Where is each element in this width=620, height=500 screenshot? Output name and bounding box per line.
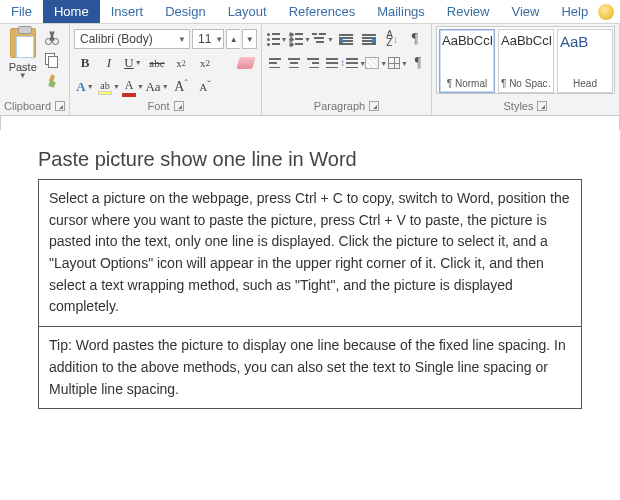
align-center-icon <box>288 58 300 68</box>
cut-button[interactable] <box>41 28 63 48</box>
italic-button[interactable]: I <box>98 53 120 73</box>
tab-references[interactable]: References <box>278 0 366 23</box>
ribbon: Paste ▼ Clipboard <box>0 24 620 116</box>
table-row: Tip: Word pastes the picture to display … <box>39 327 581 408</box>
tell-me-button[interactable] <box>592 0 620 23</box>
sort-icon: AZ <box>386 31 393 47</box>
copy-button[interactable] <box>41 50 63 70</box>
format-painter-button[interactable] <box>41 72 63 92</box>
font-name-value: Calibri (Body) <box>80 32 153 46</box>
eraser-icon <box>236 57 255 69</box>
group-label-font: Font <box>147 100 169 112</box>
borders-icon <box>388 57 400 69</box>
multilevel-list-button[interactable]: ▼ <box>312 29 334 49</box>
align-right-icon <box>307 58 319 68</box>
ribbon-tabstrip: File Home Insert Design Layout Reference… <box>0 0 620 24</box>
increase-indent-icon <box>362 34 376 44</box>
document-table: Select a picture on the webpage, press C… <box>38 179 582 409</box>
clipboard-dialog-launcher[interactable] <box>55 101 65 111</box>
highlight-button[interactable]: ab ▼ <box>98 77 120 97</box>
bullets-icon <box>267 33 280 46</box>
tab-help[interactable]: Help <box>550 0 592 23</box>
style-normal[interactable]: AaBbCcDd ¶ Normal <box>439 29 495 93</box>
copy-icon <box>45 53 59 67</box>
change-case-button[interactable]: Aa▼ <box>146 77 168 97</box>
group-label-clipboard: Clipboard <box>4 100 51 112</box>
bullets-button[interactable]: ▼ <box>266 29 288 49</box>
paste-icon <box>10 28 36 58</box>
justify-icon <box>326 58 338 68</box>
justify-button[interactable] <box>323 53 341 73</box>
align-center-button[interactable] <box>285 53 303 73</box>
align-left-icon <box>269 58 281 68</box>
tab-layout[interactable]: Layout <box>217 0 278 23</box>
group-font: Calibri (Body) ▼ 11 ▼ ▲ ▼ B I U▼ abc x2 … <box>70 24 262 115</box>
group-label-styles: Styles <box>504 100 534 112</box>
tab-mailings[interactable]: Mailings <box>366 0 436 23</box>
shading-icon <box>365 57 379 69</box>
align-right-button[interactable] <box>304 53 322 73</box>
table-row: Select a picture on the webpage, press C… <box>39 180 581 327</box>
font-size-down-button[interactable]: ▼ <box>242 29 257 49</box>
subscript-button[interactable]: x2 <box>170 53 192 73</box>
tab-review[interactable]: Review <box>436 0 501 23</box>
page-edge-top <box>0 116 620 130</box>
grow-font-button[interactable]: Aˆ <box>170 77 192 97</box>
group-label-paragraph: Paragraph <box>314 100 365 112</box>
font-size-value: 11 <box>198 32 211 46</box>
font-size-combo[interactable]: 11 ▼ <box>192 29 224 49</box>
chevron-down-icon: ▼ <box>174 35 186 44</box>
tab-view[interactable]: View <box>500 0 550 23</box>
brush-icon <box>45 75 59 89</box>
bold-button[interactable]: B <box>74 53 96 73</box>
styles-gallery[interactable]: AaBbCcDd ¶ Normal AaBbCcDd ¶ No Spac… Aa… <box>436 26 615 94</box>
document-area[interactable]: Paste picture show one line in Word Sele… <box>0 116 620 409</box>
multilevel-list-icon <box>312 33 326 45</box>
increase-indent-button[interactable] <box>358 29 380 49</box>
chevron-down-icon: ▼ <box>211 35 223 44</box>
highlight-color-swatch <box>98 91 112 95</box>
line-spacing-button[interactable]: ↕ ▼ <box>342 53 364 73</box>
font-name-combo[interactable]: Calibri (Body) ▼ <box>74 29 190 49</box>
lightbulb-icon <box>598 4 614 20</box>
group-styles: AaBbCcDd ¶ Normal AaBbCcDd ¶ No Spac… Aa… <box>432 24 620 115</box>
superscript-button[interactable]: x2 <box>194 53 216 73</box>
underline-button[interactable]: U▼ <box>122 53 144 73</box>
line-spacing-icon <box>346 58 358 68</box>
numbering-button[interactable]: 1 2 3 ▼ <box>289 29 311 49</box>
chevron-down-icon: ▼ <box>19 73 27 79</box>
strikethrough-button[interactable]: abc <box>146 53 168 73</box>
text-effects-button[interactable]: A▼ <box>74 77 96 97</box>
font-color-button[interactable]: A ▼ <box>122 77 144 97</box>
styles-dialog-launcher[interactable] <box>537 101 547 111</box>
scissors-icon <box>45 31 59 45</box>
tab-file[interactable]: File <box>0 0 43 23</box>
font-size-up-button[interactable]: ▲ <box>226 29 240 49</box>
tab-design[interactable]: Design <box>154 0 216 23</box>
clear-formatting-button[interactable] <box>235 53 257 73</box>
paragraph-dialog-launcher[interactable] <box>369 101 379 111</box>
font-color-swatch <box>122 93 136 97</box>
show-marks-button[interactable]: ¶ <box>404 29 426 49</box>
style-heading[interactable]: AaB Head <box>557 29 613 93</box>
shading-button[interactable]: ▼ <box>365 53 387 73</box>
tab-insert[interactable]: Insert <box>100 0 155 23</box>
show-marks-button-2[interactable]: ¶ <box>409 53 427 73</box>
tab-home[interactable]: Home <box>43 0 100 23</box>
font-dialog-launcher[interactable] <box>174 101 184 111</box>
shrink-font-button[interactable]: Aˇ <box>194 77 216 97</box>
decrease-indent-icon <box>339 34 353 44</box>
group-paragraph: ▼ 1 2 3 ▼ ▼ <box>262 24 432 115</box>
pilcrow-icon: ¶ <box>415 55 421 71</box>
group-clipboard: Paste ▼ Clipboard <box>0 24 70 115</box>
pilcrow-icon: ¶ <box>412 31 418 47</box>
sort-button[interactable]: AZ ↓ <box>381 29 403 49</box>
document-heading: Paste picture show one line in Word <box>38 148 582 171</box>
style-no-spacing[interactable]: AaBbCcDd ¶ No Spac… <box>498 29 554 93</box>
align-left-button[interactable] <box>266 53 284 73</box>
paste-button[interactable]: Paste ▼ <box>4 26 41 98</box>
decrease-indent-button[interactable] <box>335 29 357 49</box>
borders-button[interactable]: ▼ <box>388 53 408 73</box>
numbering-icon: 1 2 3 <box>289 33 303 46</box>
